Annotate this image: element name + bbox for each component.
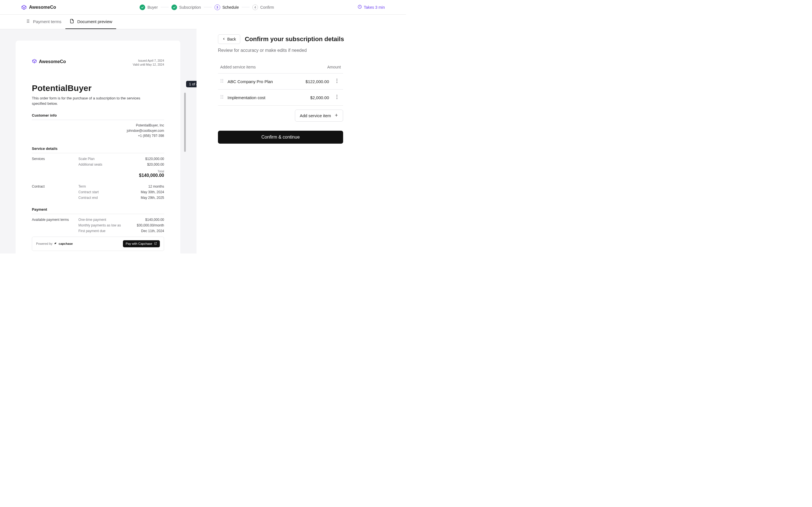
page-indicator: 1 of 4: [186, 81, 197, 87]
stepper: Buyer Subscription 3 Schedule 4 Confirm: [140, 4, 274, 10]
right-subtitle: Review for accuracy or make edits if nee…: [218, 48, 385, 53]
check-icon: [171, 4, 177, 10]
customer-email: johndoe@coolbuyer.com: [32, 128, 164, 133]
drag-handle-icon[interactable]: [220, 95, 223, 100]
col-amount: Amount: [327, 65, 341, 69]
pay-btn-label: Pay with Capchase: [126, 242, 152, 245]
powered-by: Powered by capchase: [36, 242, 73, 245]
service-item-row: ABC Company Pro Plan $122,000.00: [218, 73, 343, 90]
contract-val: May 29th, 2025: [128, 196, 164, 200]
more-menu-icon[interactable]: [336, 78, 341, 84]
pay-box: Powered by capchase Pay with Capchase: [32, 237, 164, 251]
doc-intro: This order form is for the purchase of a…: [32, 96, 145, 107]
doc-valid: Valid until May 12, 2024: [133, 62, 164, 66]
svg-point-18: [336, 98, 337, 99]
left-panel: Payment terms Document preview 1 of 4: [0, 15, 197, 253]
svg-point-6: [222, 82, 223, 83]
drag-handle-icon[interactable]: [220, 78, 223, 84]
svg-point-9: [336, 82, 337, 83]
payment-label: Available payment terms: [32, 218, 79, 222]
svg-point-1: [221, 79, 221, 80]
tab-payment-terms[interactable]: Payment terms: [21, 15, 65, 29]
doc-issued: Issued April 7, 2024: [133, 59, 164, 62]
item-amount: $122,000.00: [306, 79, 329, 84]
service-item-row: Implementation cost $2,000.00: [218, 90, 343, 106]
service-amount: $120,000.00: [128, 157, 164, 161]
add-service-button[interactable]: Add service item: [295, 110, 343, 122]
step-divider: [161, 7, 168, 7]
contract-label: Contract: [32, 184, 79, 188]
tabs: Payment terms Document preview: [0, 15, 197, 29]
step-confirm: 4 Confirm: [252, 4, 274, 10]
list-icon: [25, 18, 30, 24]
step-schedule: 3 Schedule: [214, 4, 239, 10]
tab-label: Payment terms: [33, 19, 61, 24]
back-label: Back: [227, 37, 236, 41]
item-name: ABC Company Pro Plan: [227, 79, 302, 84]
plus-icon: [335, 113, 338, 118]
takes-label: Takes 3 min: [364, 5, 385, 10]
item-amount: $2,000.00: [310, 95, 329, 100]
svg-point-2: [222, 79, 223, 80]
doc-meta: Issued April 7, 2024 Valid until May 12,…: [133, 59, 164, 66]
svg-point-7: [336, 78, 337, 79]
document-scroll[interactable]: 1 of 4 AwesomeCo Issued April 7, 2024 Va…: [0, 29, 197, 253]
items-header: Added service items Amount: [218, 65, 343, 73]
document-icon: [69, 18, 74, 24]
back-button[interactable]: Back: [218, 34, 240, 44]
scrollbar[interactable]: [184, 93, 186, 152]
svg-point-8: [336, 80, 337, 81]
step-number: 3: [214, 4, 220, 10]
svg-point-15: [222, 98, 223, 99]
add-service-label: Add service item: [300, 113, 331, 118]
brand-name: AwesomeCo: [29, 5, 56, 10]
pay-with-capchase-button[interactable]: Pay with Capchase: [123, 240, 160, 247]
confirm-continue-button[interactable]: Confirm & continue: [218, 131, 343, 144]
customer-company: PotentialBuyer, Inc: [32, 123, 164, 128]
powered-label: Powered by: [36, 242, 52, 245]
customer-phone: +1 (856) 797-398: [32, 133, 164, 138]
svg-point-3: [221, 80, 221, 81]
contract-val: May 30th, 2024: [128, 190, 164, 194]
svg-point-4: [222, 80, 223, 81]
contract-key: Contract start: [79, 190, 128, 194]
top-header: AwesomeCo Buyer Subscription 3 Schedule …: [0, 0, 406, 15]
tab-document-preview[interactable]: Document preview: [65, 15, 116, 29]
divider: [32, 120, 164, 120]
document-page: AwesomeCo Issued April 7, 2024 Valid unt…: [15, 41, 181, 253]
step-subscription: Subscription: [171, 4, 201, 10]
doc-title: PotentialBuyer: [32, 83, 164, 93]
contract-key: Contract end: [79, 196, 128, 200]
brand: AwesomeCo: [21, 4, 56, 10]
services-label: Services: [32, 157, 79, 161]
doc-brand-name: AwesomeCo: [39, 59, 66, 64]
tab-label: Document preview: [77, 19, 112, 24]
step-label: Subscription: [179, 5, 201, 10]
chevron-left-icon: [222, 37, 225, 41]
divider: [32, 153, 164, 153]
check-icon: [140, 4, 145, 10]
more-menu-icon[interactable]: [336, 95, 341, 100]
service-name: Scale Plan: [79, 157, 128, 161]
svg-point-14: [221, 98, 221, 99]
svg-point-12: [221, 97, 221, 98]
svg-point-13: [222, 97, 223, 98]
service-name: Additional seats: [79, 163, 128, 166]
payment-rows: Available payment terms One-time payment…: [32, 217, 164, 234]
step-divider: [242, 7, 250, 7]
col-name: Added service items: [220, 65, 256, 69]
payment-key: Monthly payments as low as: [79, 223, 128, 227]
capchase-logo-icon: [54, 242, 57, 245]
doc-brand: AwesomeCo: [32, 59, 66, 65]
step-number: 4: [252, 4, 258, 10]
clock-icon: [357, 4, 362, 10]
total-value: $140,000.00: [32, 173, 164, 178]
right-panel: Back Confirm your subscription details R…: [197, 15, 406, 253]
payment-val: $140,000.00: [128, 218, 164, 222]
payment-key: One-time payment: [79, 218, 128, 222]
payment-key: First payment due: [79, 229, 128, 233]
contract-val: 12 months: [128, 184, 164, 188]
capchase-name: capchase: [59, 242, 73, 245]
external-link-icon: [154, 242, 157, 245]
customer-heading: Customer info: [32, 113, 164, 117]
